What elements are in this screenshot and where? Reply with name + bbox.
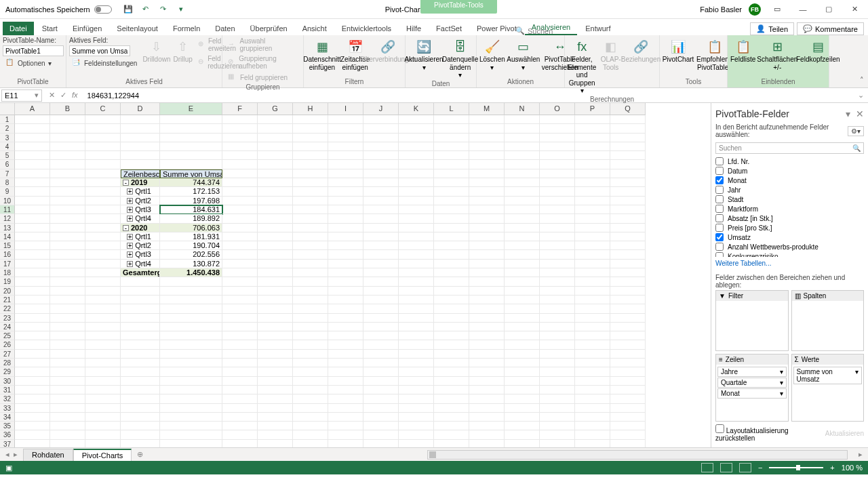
zoom-level[interactable]: 100 % xyxy=(842,464,863,472)
cell-F25[interactable] xyxy=(222,331,258,340)
cell-P35[interactable] xyxy=(575,422,610,430)
cell-E17[interactable]: 130.872 xyxy=(160,260,222,268)
cell-L1[interactable] xyxy=(434,115,469,124)
cell-D27[interactable] xyxy=(121,350,160,359)
tab-file[interactable]: Datei xyxy=(3,22,34,35)
cell-N21[interactable] xyxy=(505,296,540,304)
cell-B4[interactable] xyxy=(50,142,85,151)
cell-C14[interactable] xyxy=(85,232,121,241)
field-anzahlwettbewerbsprodukte[interactable]: Anzahl Wettbewerbs-produkte xyxy=(715,242,864,251)
row-header-2[interactable]: 2 xyxy=(0,124,15,133)
cell-E24[interactable] xyxy=(160,323,222,331)
cell-J32[interactable] xyxy=(363,394,399,403)
cell-O28[interactable] xyxy=(540,359,575,367)
cell-A1[interactable] xyxy=(15,115,50,124)
cell-Q32[interactable] xyxy=(610,394,646,403)
expand-icon[interactable]: + xyxy=(127,188,133,195)
cell-A5[interactable] xyxy=(15,151,50,160)
cell-J27[interactable] xyxy=(363,350,399,359)
cell-B11[interactable] xyxy=(50,205,85,214)
cell-E29[interactable] xyxy=(160,367,222,376)
cell-B33[interactable] xyxy=(50,404,85,413)
cell-F11[interactable] xyxy=(222,205,258,214)
cell-D16[interactable]: +Qrtl3 xyxy=(121,250,160,259)
cell-E19[interactable] xyxy=(160,277,222,286)
rows-item-jahre[interactable]: Jahre▾ xyxy=(717,367,787,377)
cell-B16[interactable] xyxy=(50,250,85,259)
cell-N16[interactable] xyxy=(505,250,540,259)
more-tables-link[interactable]: Weitere Tabellen... xyxy=(715,257,864,270)
cell-L9[interactable] xyxy=(434,187,469,196)
col-header-G[interactable]: G xyxy=(258,103,293,115)
cell-N17[interactable] xyxy=(505,260,540,268)
cell-E1[interactable] xyxy=(160,115,222,124)
cell-C16[interactable] xyxy=(85,250,121,259)
cell-O29[interactable] xyxy=(540,367,575,376)
cell-H9[interactable] xyxy=(293,187,328,196)
cell-B27[interactable] xyxy=(50,350,85,359)
cell-O19[interactable] xyxy=(540,277,575,286)
cell-Q2[interactable] xyxy=(610,124,646,133)
cell-J22[interactable] xyxy=(363,304,399,313)
cell-H30[interactable] xyxy=(293,377,328,386)
cell-J23[interactable] xyxy=(363,314,399,323)
cell-H33[interactable] xyxy=(293,404,328,413)
cell-J2[interactable] xyxy=(363,124,399,133)
cell-H19[interactable] xyxy=(293,277,328,286)
cell-D5[interactable] xyxy=(121,151,160,160)
cancel-formula-icon[interactable]: ✕ xyxy=(49,91,55,100)
cell-D7[interactable]: Zeilenbeschriftungen▾ xyxy=(121,169,160,178)
enter-formula-icon[interactable]: ✓ xyxy=(60,91,66,100)
cell-H4[interactable] xyxy=(293,142,328,151)
cell-E15[interactable]: 190.704 xyxy=(160,241,222,250)
field-absatzinstk[interactable]: Absatz [in Stk.] xyxy=(715,214,864,223)
cell-K27[interactable] xyxy=(399,350,434,359)
cell-M1[interactable] xyxy=(469,115,505,124)
cell-H20[interactable] xyxy=(293,287,328,296)
sheet-tab-pivot-charts[interactable]: Pivot-Charts xyxy=(73,449,132,461)
cell-G23[interactable] xyxy=(258,314,293,323)
cell-M24[interactable] xyxy=(469,323,505,331)
cell-P36[interactable] xyxy=(575,430,610,439)
cell-B34[interactable] xyxy=(50,413,85,422)
cell-G3[interactable] xyxy=(258,134,293,142)
cell-N25[interactable] xyxy=(505,331,540,340)
cell-B20[interactable] xyxy=(50,287,85,296)
cell-F28[interactable] xyxy=(222,359,258,367)
collapse-ribbon-icon[interactable]: ˄ xyxy=(860,76,864,85)
cell-A30[interactable] xyxy=(15,377,50,386)
cell-G26[interactable] xyxy=(258,340,293,349)
cell-K22[interactable] xyxy=(399,304,434,313)
field-konkurrenzrisiko[interactable]: Konkurrenzrisiko xyxy=(715,251,864,257)
cell-M9[interactable] xyxy=(469,187,505,196)
cell-D11[interactable]: +Qrtl3 xyxy=(121,205,160,214)
expand-icon[interactable]: + xyxy=(127,207,133,213)
cell-E6[interactable] xyxy=(160,160,222,169)
cell-N35[interactable] xyxy=(505,422,540,430)
cell-G21[interactable] xyxy=(258,296,293,304)
expand-icon[interactable]: + xyxy=(127,216,133,222)
cell-Q30[interactable] xyxy=(610,377,646,386)
cell-Q34[interactable] xyxy=(610,413,646,422)
cell-A9[interactable] xyxy=(15,187,50,196)
cell-F21[interactable] xyxy=(222,296,258,304)
cell-O34[interactable] xyxy=(540,413,575,422)
cell-A21[interactable] xyxy=(15,296,50,304)
refresh-button[interactable]: 🔄Aktualisieren▾ xyxy=(408,37,439,71)
tab-start[interactable]: Start xyxy=(35,22,64,35)
cell-H32[interactable] xyxy=(293,394,328,403)
cell-G1[interactable] xyxy=(258,115,293,124)
cell-H11[interactable] xyxy=(293,205,328,214)
cell-I8[interactable] xyxy=(328,178,363,187)
cell-O15[interactable] xyxy=(540,241,575,250)
cell-I37[interactable] xyxy=(328,440,363,447)
cell-A28[interactable] xyxy=(15,359,50,367)
cell-M11[interactable] xyxy=(469,205,505,214)
cell-A27[interactable] xyxy=(15,350,50,359)
cell-I24[interactable] xyxy=(328,323,363,331)
cell-P9[interactable] xyxy=(575,187,610,196)
cell-O23[interactable] xyxy=(540,314,575,323)
cell-B5[interactable] xyxy=(50,151,85,160)
row-header-31[interactable]: 31 xyxy=(0,386,15,394)
col-header-K[interactable]: K xyxy=(399,103,434,115)
